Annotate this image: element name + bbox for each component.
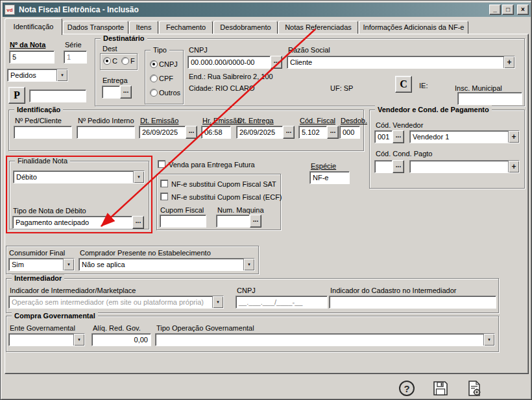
num-maquina-ellipsis-button[interactable]: ... <box>250 215 261 228</box>
nota-input[interactable]: 5 <box>9 51 54 64</box>
plus-icon[interactable]: + <box>503 56 514 68</box>
tipo-nota-debito-ellipsis-button[interactable]: ... <box>132 216 144 229</box>
hr-emissao-input[interactable]: 06:58 <box>201 126 231 139</box>
dropdown-arrow-icon[interactable]: ▼ <box>212 296 223 308</box>
cond-pagto-ellipsis-button[interactable]: ... <box>393 160 404 173</box>
dropdown-arrow-icon[interactable]: ▼ <box>73 334 84 346</box>
cnpj-input[interactable]: 00.000.000/0000-00 <box>187 56 271 69</box>
vendedor-select[interactable]: Vendedor 1 + <box>409 130 520 143</box>
tab-informacoes-adicionais-nfe[interactable]: Informações Adicionais da NF-e <box>359 21 468 34</box>
cod-vendedor-ellipsis-button[interactable]: ... <box>393 130 404 143</box>
indicador-intermediador-select[interactable]: Operação sem intermediador (em site ou p… <box>8 296 224 309</box>
sat-label: NF-e substitui Cupom Fiscal SAT <box>171 180 276 189</box>
consumidor-final-select[interactable]: Sim ▼ <box>8 258 75 271</box>
insc-municipal-input[interactable] <box>457 92 522 105</box>
tab-desdobramento[interactable]: Desdobramento <box>213 21 278 34</box>
tipo-nota-debito-input[interactable]: Pagamento antecipado <box>12 216 132 229</box>
aliq-red-gov-input[interactable]: 0,00 <box>91 333 151 346</box>
dropdown-arrow-icon[interactable]: ▼ <box>133 171 144 183</box>
dt-entrega-calendar-button[interactable]: ... <box>283 126 295 139</box>
dt-emissao-calendar-button[interactable]: ... <box>186 126 197 139</box>
radio-dest-c[interactable] <box>103 57 111 65</box>
comprador-presente-label: Comprador Presente no Estabelecimento <box>80 249 211 257</box>
cupom-fiscal-input[interactable] <box>160 215 206 228</box>
cod-vendedor-input[interactable]: 001 <box>374 130 393 143</box>
window-title: Nota Fiscal Eletrônica - Inclusão <box>19 5 488 14</box>
ecf-checkbox[interactable] <box>160 193 168 200</box>
dest-label: Dest <box>103 45 117 53</box>
tab-identificacao[interactable]: Identificação <box>5 18 62 35</box>
entrega-ellipsis-button[interactable]: ... <box>120 86 132 99</box>
help-button[interactable]: ? <box>398 379 416 397</box>
tab-notas-referenciadas[interactable]: Notas Referenciadas <box>278 21 358 34</box>
cnpj-ellipsis-button[interactable]: ... <box>271 56 282 69</box>
save-button[interactable] <box>431 379 450 397</box>
entrega-input[interactable] <box>102 86 120 99</box>
app-icon: vd <box>5 5 15 15</box>
desdob-input[interactable]: 000 <box>339 126 360 139</box>
dt-entrega-input[interactable]: 26/09/2025 <box>236 126 283 139</box>
ente-governamental-value <box>9 334 73 346</box>
pedidos-select[interactable]: Pedidos ▼ <box>7 69 68 82</box>
pedido-interno-label: Nº Pedido Interno <box>78 117 134 125</box>
indicador-cadastro-input[interactable] <box>329 296 496 309</box>
app-window: vd Nota Fiscal Eletrônica - Inclusão _ □… <box>0 0 532 400</box>
radio-tipo-cnpj-label: CNPJ <box>159 60 178 69</box>
intermediador-group-title: Intermediador <box>12 274 64 283</box>
dropdown-arrow-icon[interactable]: ▼ <box>243 259 254 270</box>
cond-pagto-select[interactable]: + <box>409 160 520 173</box>
radio-tipo-cnpj[interactable] <box>150 60 158 68</box>
sat-checkbox[interactable] <box>160 180 168 187</box>
tipo-operacao-governamental-select[interactable]: ▼ <box>155 333 495 346</box>
radio-tipo-cpf[interactable] <box>150 75 158 82</box>
dt-emissao-input[interactable]: 26/09/2025 <box>139 126 186 139</box>
c-button[interactable]: C <box>395 76 412 93</box>
entrega-futura-checkbox[interactable] <box>158 160 165 168</box>
indicador-cadastro-label: Indicador do Cadastro no Intermediador <box>330 287 456 295</box>
serie-input[interactable]: 1 <box>64 51 87 64</box>
p-button[interactable]: P <box>8 87 25 104</box>
maximize-button[interactable]: □ <box>502 5 514 15</box>
cod-fiscal-ellipsis-button[interactable]: ... <box>327 126 339 139</box>
dropdown-arrow-icon[interactable]: ▼ <box>56 69 67 81</box>
radio-dest-f[interactable] <box>121 57 129 65</box>
finalidade-select[interactable]: Débito ▼ <box>13 171 145 183</box>
close-button[interactable]: × <box>517 5 529 15</box>
especie-input[interactable]: NF-e <box>309 171 350 184</box>
hr-emissao-label: Hr. Emissão <box>202 117 241 125</box>
plus-icon[interactable]: + <box>508 161 519 172</box>
razao-social-select[interactable]: Cliente + <box>287 56 515 69</box>
dropdown-arrow-icon[interactable]: ▼ <box>63 259 74 270</box>
num-maquina-input[interactable] <box>216 215 250 228</box>
plus-icon[interactable]: + <box>508 131 519 143</box>
radio-dest-c-label: C <box>112 57 117 65</box>
comprador-presente-select[interactable]: Não se aplica ▼ <box>79 258 255 271</box>
intermediador-cnpj-input[interactable]: __.___.___/____-__ <box>236 296 328 309</box>
dropdown-arrow-icon[interactable]: ▼ <box>483 334 494 346</box>
cond-pagto-input[interactable] <box>374 160 393 173</box>
razao-social-value: Cliente <box>287 56 503 68</box>
tab-dados-transporte[interactable]: Dados Transporte <box>63 21 128 34</box>
pedido-busca-input[interactable] <box>29 89 86 102</box>
nota-label: Nº da Nota <box>10 41 45 49</box>
ped-cliente-input[interactable] <box>14 126 72 139</box>
cod-fiscal-label: Cód. Fiscal <box>300 117 335 125</box>
radio-tipo-cpf-label: CPF <box>159 75 173 83</box>
radio-tipo-outros-label: Outros <box>159 89 180 97</box>
document-gear-button[interactable] <box>465 379 483 397</box>
help-icon: ? <box>399 381 415 396</box>
vendedor-group-title: Vendedor e Cond. de Pagamento <box>375 106 492 114</box>
document-gear-icon <box>466 380 483 397</box>
endereco-text: End.: Rua Saibreiro 2, 100 <box>189 73 273 81</box>
pedido-interno-input[interactable] <box>77 126 135 139</box>
radio-tipo-outros[interactable] <box>150 89 158 97</box>
tab-itens[interactable]: Itens <box>129 21 158 34</box>
ente-governamental-select[interactable]: ▼ <box>8 333 85 346</box>
dt-emissao-label: Dt. Emissão <box>140 117 178 125</box>
compra-governamental-group-title: Compra Governamental <box>12 312 98 320</box>
tab-fechamento[interactable]: Fechamento <box>159 21 213 34</box>
ped-cliente-label: Nº Ped/Cliente <box>15 117 62 125</box>
minimize-button[interactable]: _ <box>489 5 501 15</box>
desdob-label: Desdob. <box>341 117 367 125</box>
cod-fiscal-input[interactable]: 5.102 <box>298 126 327 139</box>
